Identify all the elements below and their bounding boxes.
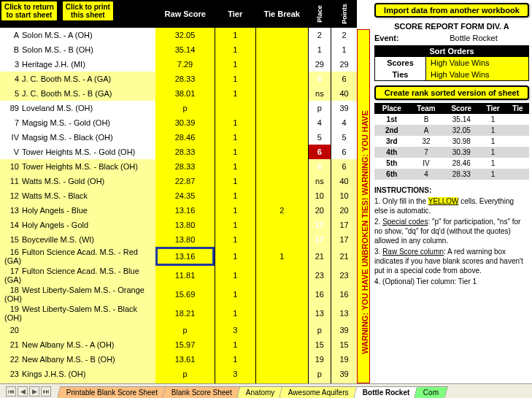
row-name[interactable]: 5J. C. Booth M.S. - B (GA) [0, 86, 155, 101]
row-name[interactable]: 13Holy Angels - Blue [0, 203, 155, 218]
tier-cell[interactable]: 1 [215, 174, 255, 188]
tier-cell[interactable]: 1 [215, 304, 255, 323]
tier-cell[interactable]: 1 [215, 159, 255, 174]
tiebreak-cell[interactable]: 1 [255, 247, 308, 266]
row-name[interactable]: VTower Heights M.S. - Gold (OH) [0, 145, 155, 159]
row-name[interactable]: 19West Liberty-Salem M.S. - Black (OH) [0, 304, 155, 323]
raw-score-cell[interactable]: p [155, 367, 215, 381]
raw-score-cell[interactable]: 15.97 [155, 337, 215, 352]
tiebreak-cell[interactable] [255, 101, 308, 115]
tab-bottle[interactable]: Bottle Rocket [353, 386, 420, 398]
tiebreak-cell[interactable] [255, 174, 308, 188]
print-button[interactable]: Click to print this sheet [61, 0, 115, 22]
tab-com[interactable]: Com [414, 386, 448, 398]
raw-score-cell[interactable]: 18.21 [155, 304, 215, 323]
tiebreak-cell[interactable] [255, 266, 308, 285]
row-name[interactable]: 16Fulton Science Acad. M.S. - Red (GA) [0, 247, 155, 266]
tiebreak-cell[interactable] [255, 188, 308, 203]
tab-awesome[interactable]: Awesome Aquifers [279, 386, 358, 398]
nav-next-icon[interactable]: ▶ [29, 386, 39, 397]
row-name[interactable]: 10Tower Heights M.S. - Black (OH) [0, 159, 155, 174]
tier-cell[interactable]: 1 [215, 115, 255, 130]
tier-cell[interactable]: 3 [215, 323, 255, 337]
tier-cell[interactable]: 1 [215, 42, 255, 57]
raw-score-cell[interactable]: 22.87 [155, 174, 215, 188]
row-name[interactable]: IVMagsig M.S. - Black (OH) [0, 130, 155, 145]
raw-score-cell[interactable]: 13.80 [155, 232, 215, 247]
row-name[interactable]: 12Watts M.S. - Black [0, 188, 155, 203]
tier-cell[interactable]: 1 [215, 145, 255, 159]
tier-cell[interactable]: 1 [215, 232, 255, 247]
tiebreak-cell[interactable] [255, 86, 308, 101]
row-name[interactable]: 11Watts M.S. - Gold (OH) [0, 174, 155, 188]
tab-anatomy[interactable]: Anatomy [236, 386, 285, 398]
row-name[interactable]: 17Fulton Science Acad. M.S. - Blue (GA) [0, 266, 155, 285]
row-name[interactable]: 20 [0, 323, 155, 337]
return-button[interactable]: Click to return to start sheet [0, 0, 58, 22]
row-name[interactable]: 89Loveland M.S. (OH) [0, 101, 155, 115]
raw-score-cell[interactable]: 15.69 [155, 285, 215, 304]
nav-prev-icon[interactable]: ◀ [18, 386, 28, 397]
tiebreak-cell[interactable]: 2 [255, 203, 308, 218]
tier-cell[interactable]: 1 [215, 285, 255, 304]
row-name[interactable]: 22New Albany M.S. - B (OH) [0, 352, 155, 367]
tier-cell[interactable]: 1 [215, 130, 255, 145]
row-name[interactable]: 14Holy Angels - Gold [0, 218, 155, 232]
raw-score-cell[interactable]: 13.16 [155, 203, 215, 218]
row-name[interactable]: BSolon M.S. - B (OH) [0, 42, 155, 57]
raw-score-cell[interactable]: 11.81 [155, 266, 215, 285]
raw-score-cell[interactable]: 7.29 [155, 57, 215, 72]
tiebreak-cell[interactable] [255, 304, 308, 323]
tiebreak-cell[interactable] [255, 57, 308, 72]
raw-score-cell[interactable]: p [155, 101, 215, 115]
raw-score-cell[interactable]: 28.33 [155, 159, 215, 174]
raw-score-cell[interactable]: 24.35 [155, 188, 215, 203]
raw-score-cell[interactable]: 28.33 [155, 72, 215, 86]
nav-last-icon[interactable]: ⏭ [41, 386, 51, 397]
tab-printable[interactable]: Printable Blank Score Sheet [57, 386, 167, 398]
raw-score-cell[interactable]: 28.33 [155, 145, 215, 159]
row-name[interactable]: 3Heritage J.H. (MI) [0, 57, 155, 72]
tiebreak-cell[interactable] [255, 367, 308, 381]
tiebreak-cell[interactable] [255, 130, 308, 145]
raw-score-cell[interactable]: 13.16 [155, 247, 215, 266]
raw-score-cell[interactable]: p [155, 323, 215, 337]
raw-score-cell[interactable]: 13.80 [155, 218, 215, 232]
raw-score-cell[interactable]: 13.61 [155, 352, 215, 367]
tiebreak-cell[interactable] [255, 285, 308, 304]
raw-score-cell[interactable]: 28.46 [155, 130, 215, 145]
tier-cell[interactable]: 1 [215, 203, 255, 218]
raw-score-cell[interactable]: 38.01 [155, 86, 215, 101]
tiebreak-cell[interactable] [255, 28, 308, 42]
tiebreak-cell[interactable] [255, 352, 308, 367]
sort-ties-value[interactable]: High Value Wins [426, 69, 528, 80]
row-name[interactable]: 21New Albany M.S. - A (OH) [0, 337, 155, 352]
raw-score-cell[interactable]: 35.14 [155, 42, 215, 57]
tiebreak-cell[interactable] [255, 159, 308, 174]
tier-cell[interactable]: 1 [215, 352, 255, 367]
raw-score-cell[interactable]: 30.39 [155, 115, 215, 130]
tab-blank[interactable]: Blank Score Sheet [162, 386, 242, 398]
tier-cell[interactable]: 1 [215, 218, 255, 232]
tiebreak-cell[interactable] [255, 115, 308, 130]
tiebreak-cell[interactable] [255, 232, 308, 247]
tiebreak-cell[interactable] [255, 323, 308, 337]
sort-scores-value[interactable]: High Value Wins [426, 57, 528, 69]
tier-cell[interactable]: 1 [215, 266, 255, 285]
tier-cell[interactable]: 1 [215, 28, 255, 42]
tiebreak-cell[interactable] [255, 218, 308, 232]
tiebreak-cell[interactable] [255, 337, 308, 352]
row-name[interactable]: 4J. C. Booth M.S. - A (GA) [0, 72, 155, 86]
tiebreak-cell[interactable] [255, 145, 308, 159]
nav-first-icon[interactable]: ⏮ [6, 386, 16, 397]
raw-score-cell[interactable]: 32.05 [155, 28, 215, 42]
row-name[interactable]: 18West Liberty-Salem M.S. - Orange (OH) [0, 285, 155, 304]
tier-cell[interactable]: 1 [215, 188, 255, 203]
tier-cell[interactable]: 1 [215, 72, 255, 86]
tier-cell[interactable]: 3 [215, 367, 255, 381]
tier-cell[interactable]: 1 [215, 247, 255, 266]
tiebreak-cell[interactable] [255, 72, 308, 86]
row-name[interactable]: 15Boyceville M.S. (WI) [0, 232, 155, 247]
tier-cell[interactable] [215, 101, 255, 115]
row-name[interactable]: 7Magsig M.S. - Gold (OH) [0, 115, 155, 130]
